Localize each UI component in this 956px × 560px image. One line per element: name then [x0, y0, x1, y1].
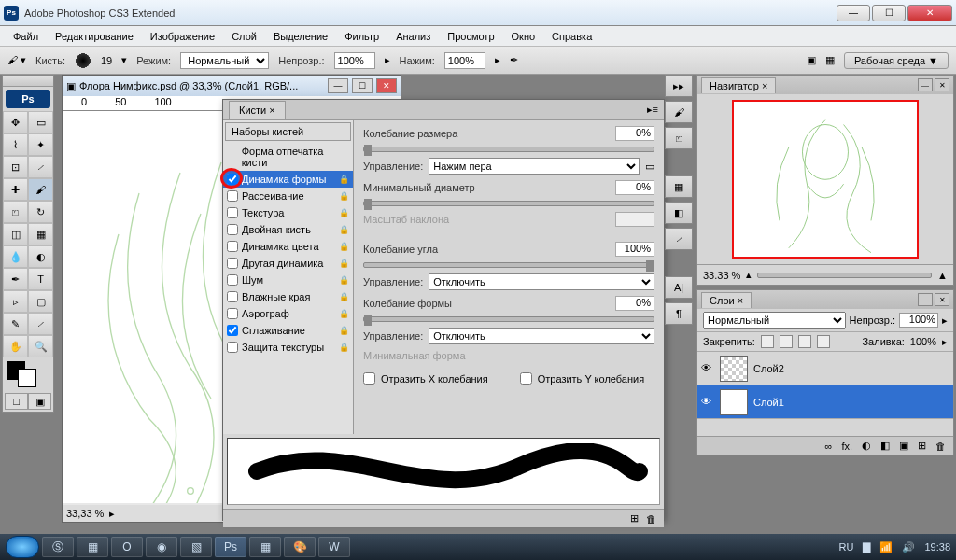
opacity-input-layers[interactable]: 100%	[899, 313, 938, 328]
doc-close-button[interactable]: ✕	[376, 78, 397, 93]
tool-slice[interactable]: ⟋	[28, 156, 53, 178]
opacity-input[interactable]	[334, 52, 375, 69]
layer-row-1[interactable]: 👁Слой1	[697, 385, 953, 419]
tool-history-brush[interactable]: ↻	[28, 201, 53, 223]
brush-tool-icon[interactable]: 🖌 ▾	[7, 54, 26, 66]
brush-option-6[interactable]: Другая динамика🔒	[223, 255, 353, 272]
dock-collapse-icon[interactable]: ▸▸	[665, 75, 693, 97]
size-jitter-slider[interactable]	[363, 147, 654, 152]
delete-layer-icon[interactable]: 🗑	[935, 441, 946, 452]
zoom-out-icon[interactable]: ▴	[746, 269, 752, 281]
round-jitter-value[interactable]: 0%	[615, 296, 654, 311]
flip-x-checkbox[interactable]	[363, 372, 375, 385]
tool-path[interactable]: ▹	[3, 290, 28, 313]
angle-jitter-value[interactable]: 100%	[615, 242, 654, 257]
menu-file[interactable]: Файл	[6, 29, 46, 44]
brush-option-checkbox[interactable]	[227, 174, 238, 185]
lock-transparency-icon[interactable]	[761, 335, 774, 348]
blend-mode-select-layers[interactable]: Нормальный	[703, 312, 846, 329]
tool-lasso[interactable]: ⌇	[3, 133, 28, 156]
tool-pen[interactable]: ✒	[3, 268, 28, 290]
dock-para-icon[interactable]: ¶	[665, 302, 693, 325]
tool-eraser[interactable]: ◫	[3, 223, 28, 245]
taskbar-sai[interactable]: ▧	[180, 537, 212, 557]
tool-blur[interactable]: 💧	[3, 245, 28, 268]
min-diam-slider[interactable]	[363, 201, 654, 206]
start-button[interactable]	[6, 536, 39, 558]
round-jitter-slider[interactable]	[363, 316, 654, 322]
brush-option-checkbox[interactable]	[227, 224, 238, 235]
quick-mask-on[interactable]: ▣	[28, 393, 51, 410]
menu-filter[interactable]: Фильтр	[337, 29, 387, 44]
angle-jitter-slider[interactable]	[363, 262, 654, 268]
brush-option-7[interactable]: Шум🔒	[223, 272, 353, 288]
tool-crop[interactable]: ⊡	[3, 156, 28, 178]
taskbar-word[interactable]: W	[318, 537, 350, 557]
zoom-in-icon[interactable]: ▲	[937, 270, 948, 281]
layer-name[interactable]: Слой2	[753, 363, 784, 374]
document-titlebar[interactable]: ▣ Флора Нимфикс.psd @ 33,3% (Слой1, RGB/…	[63, 76, 401, 96]
brush-option-checkbox[interactable]	[227, 325, 238, 336]
navigator-thumbnail[interactable]	[732, 100, 919, 259]
fill-input[interactable]: 100%	[910, 336, 936, 347]
layer-fx-icon[interactable]: fx.	[841, 441, 852, 452]
brush-option-10[interactable]: Сглаживание🔒	[223, 322, 353, 339]
layer-row-0[interactable]: 👁Слой2	[697, 352, 953, 385]
brush-option-checkbox[interactable]	[227, 342, 238, 353]
brush-option-checkbox[interactable]	[227, 207, 238, 218]
tool-palette-grip[interactable]	[3, 76, 53, 87]
new-brush-icon[interactable]: ⊞	[630, 512, 639, 525]
flip-y-checkbox[interactable]	[520, 372, 532, 385]
brush-option-checkbox[interactable]	[227, 308, 238, 319]
lock-all-icon[interactable]	[817, 335, 830, 348]
brush-option-checkbox[interactable]	[227, 274, 238, 286]
dock-paths-icon[interactable]: ⟋	[665, 228, 693, 250]
navigator-zoom-slider[interactable]	[757, 273, 932, 278]
control-link-icon[interactable]: ▭	[645, 161, 654, 173]
brush-option-3[interactable]: Текстура🔒	[223, 204, 353, 221]
tool-stamp[interactable]: ⏍	[3, 201, 28, 223]
brushes-tab[interactable]: Кисти ×	[229, 101, 286, 119]
tool-zoom[interactable]: 🔍	[28, 335, 53, 357]
tray-flag-icon[interactable]: ▇	[863, 541, 870, 553]
quick-mask-off[interactable]: □	[5, 393, 28, 410]
flow-input[interactable]	[444, 52, 485, 69]
panel-minimize-icon[interactable]: —	[918, 78, 933, 91]
menu-edit[interactable]: Редактирование	[48, 29, 141, 44]
brush-option-0[interactable]: Форма отпечатка кисти	[223, 143, 353, 171]
brush-presets-button[interactable]: Наборы кистей	[225, 122, 351, 141]
brush-option-11[interactable]: Защита текстуры🔒	[223, 339, 353, 356]
tool-gradient[interactable]: ▦	[28, 223, 53, 245]
doc-minimize-button[interactable]: —	[328, 78, 348, 93]
menu-help[interactable]: Справка	[544, 29, 599, 44]
blend-mode-select[interactable]: Нормальный	[180, 52, 269, 69]
taskbar-pictures[interactable]: ▦	[249, 537, 281, 557]
panel-menu-icon[interactable]: ▸≡	[647, 104, 658, 116]
tray-volume-icon[interactable]: 🔊	[902, 541, 915, 553]
brush-option-9[interactable]: Аэрограф🔒	[223, 305, 353, 322]
brush-option-2[interactable]: Рассеивание🔒	[223, 188, 353, 204]
brush-option-checkbox[interactable]	[227, 190, 238, 202]
brush-preview-icon[interactable]	[75, 52, 91, 69]
layer-thumbnail[interactable]	[720, 389, 748, 415]
airbrush-icon[interactable]: ✒	[510, 54, 518, 66]
taskbar-paint[interactable]: 🎨	[284, 537, 316, 557]
taskbar-opera[interactable]: O	[111, 537, 143, 557]
menu-analysis[interactable]: Анализ	[388, 29, 438, 44]
brush-option-checkbox[interactable]	[227, 241, 238, 252]
layer-thumbnail[interactable]	[720, 356, 748, 382]
tool-dodge[interactable]: ◐	[28, 245, 53, 268]
layers-tab[interactable]: Слои ×	[701, 292, 752, 308]
tray-lang[interactable]: RU	[839, 541, 854, 553]
taskbar-photoshop[interactable]: Ps	[215, 537, 246, 557]
tool-hand[interactable]: ✋	[3, 335, 28, 357]
lock-position-icon[interactable]	[798, 335, 811, 348]
min-diam-value[interactable]: 0%	[615, 180, 654, 195]
layers-close-icon[interactable]: ✕	[935, 293, 949, 306]
panel-close-icon[interactable]: ✕	[935, 78, 949, 91]
navigator-tab[interactable]: Навигатор ×	[701, 77, 776, 93]
maximize-button[interactable]: ☐	[872, 5, 906, 21]
close-button[interactable]: ✕	[907, 5, 952, 21]
visibility-icon[interactable]: 👁	[701, 362, 714, 375]
brush-option-checkbox[interactable]	[227, 291, 238, 302]
